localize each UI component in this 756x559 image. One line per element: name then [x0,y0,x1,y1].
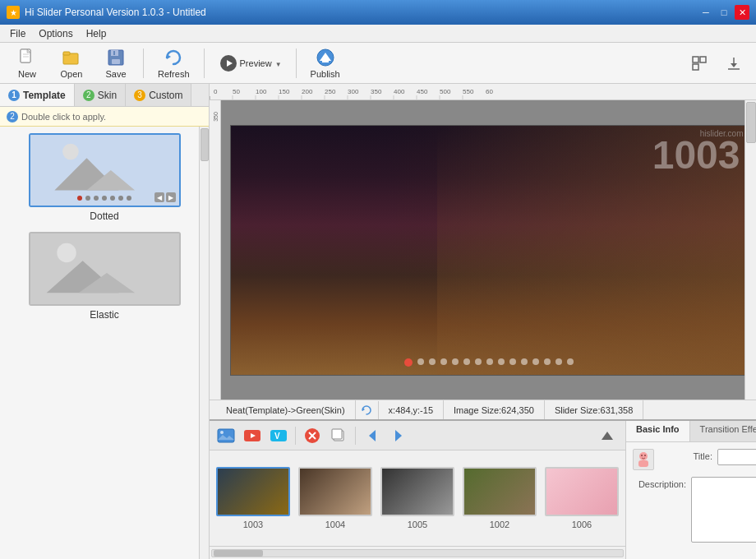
template-thumb-elastic[interactable] [29,232,181,306]
slider-dot-6 [463,358,470,365]
svg-text:450: 450 [417,88,428,95]
desc-label: Description: [633,477,686,489]
svg-point-78 [644,455,646,456]
svg-rect-19 [693,64,698,70]
delete-slide-button[interactable] [301,424,324,447]
add-vimeo-button[interactable]: V [267,424,290,447]
nav-dot-2 [85,196,90,201]
tab3-label: Custom [149,90,182,101]
slide-num-1002: 1002 [490,520,509,529]
preview-dropdown-arrow[interactable] [274,58,282,69]
minimize-button[interactable]: ─ [698,5,713,20]
close-button[interactable]: ✕ [735,5,749,20]
menu-file[interactable]: File [3,26,32,41]
slider-dot-10 [509,358,516,365]
svg-text:350: 350 [371,88,382,95]
desc-textarea[interactable] [691,477,756,543]
template-list[interactable]: ◀ ▶ Dotted Elastic [0,127,209,559]
slider-canvas: 1003 hislider.com [230,125,748,376]
add-youtube-button[interactable] [241,424,264,447]
save-button[interactable]: Save [95,44,136,83]
prev-slide-button[interactable] [361,424,384,447]
status-slider-size: Slider Size:631,358 [545,400,643,419]
svg-text:50: 50 [233,88,240,95]
open-button[interactable]: Open [51,44,92,83]
template-scrollbar-thumb[interactable] [201,128,209,161]
hscroll-thumb[interactable] [214,550,263,557]
props-panel: Basic Info Transition Effect Action Info [626,421,756,559]
add-image-button[interactable] [214,424,237,447]
tab-custom[interactable]: 3 Custom [126,84,191,106]
slide-item-1002[interactable]: 1002 [463,467,537,529]
slide-thumb-1004[interactable] [298,467,372,516]
hscroll-track[interactable] [211,549,624,557]
tab2-label: Skin [98,90,117,101]
slide-thumb-1003[interactable] [216,467,290,516]
nav-dot-6 [118,196,123,201]
refresh-button[interactable]: Refresh [150,44,197,83]
tab-template[interactable]: 1 Template [0,84,75,106]
canvas-vscroll-thumb[interactable] [746,102,756,143]
template-item-elastic[interactable]: Elastic [7,232,202,321]
status-refresh-btn[interactable] [356,401,379,419]
canvas-vscroll-track[interactable] [744,100,756,400]
slider-dot-15 [567,358,574,365]
new-button[interactable]: New [7,44,48,83]
svg-point-77 [641,455,643,456]
status-coords-text: x:484,y:-15 [389,405,433,415]
svg-rect-16 [322,61,329,62]
svg-text:350: 350 [213,112,219,122]
titlebar-left: ★ Hi Slider Personal Version 1.0.3 - Unt… [7,6,206,19]
preview-button[interactable]: Preview [211,49,289,77]
svg-text:500: 500 [440,88,451,95]
slider-dot-13 [544,358,551,365]
title-input[interactable] [717,449,756,465]
tab3-num: 3 [134,90,145,101]
tab-transition-effect[interactable]: Transition Effect [690,421,756,441]
slide-item-1004[interactable]: 1004 [298,467,372,529]
slider-dot-12 [532,358,539,365]
tab1-num: 1 [8,90,20,101]
open-label: Open [61,69,83,79]
toolbar-extra-2[interactable] [718,51,749,76]
template-item-dotted[interactable]: ◀ ▶ Dotted [7,133,202,222]
svg-text:150: 150 [279,88,290,95]
menu-help[interactable]: Help [80,26,113,41]
next-slide-button[interactable] [387,424,410,447]
template-scrollbar-track[interactable] [199,127,209,559]
slide-img-1004 [300,469,371,515]
publish-button[interactable]: Publish [303,44,348,83]
slide-thumb-1006[interactable] [545,467,619,516]
refresh-label: Refresh [158,69,190,79]
canvas-area: 350 1003 hislider.com [210,100,756,400]
slide-item-1005[interactable]: 1005 [380,467,454,529]
titlebar: ★ Hi Slider Personal Version 1.0.3 - Unt… [0,0,756,25]
maximize-button[interactable]: □ [717,5,731,20]
duplicate-slide-button[interactable] [327,424,350,447]
slider-dot-4 [440,358,447,365]
expand-panel-button[interactable] [597,426,617,446]
slide-item-1006[interactable]: 1006 [545,467,619,529]
tab-basic-info[interactable]: Basic Info [626,421,690,441]
menu-options[interactable]: Options [32,26,79,41]
slide-img-1002 [464,469,535,515]
slide-thumb-1002[interactable] [463,467,537,516]
vimeo-icon: V [270,427,288,445]
nav-dot-5 [110,196,115,201]
nav-dot-3 [94,196,99,201]
expand-icon [691,55,708,72]
slider-dot-8 [486,358,493,365]
template-thumb-dotted[interactable]: ◀ ▶ [29,133,181,207]
tab1-label: Template [23,90,66,101]
svg-text:0: 0 [214,88,218,95]
ruler-h: 0 50 100 150 200 250 300 350 400 450 500… [210,84,756,100]
svg-rect-18 [700,57,706,62]
slide-item-1003[interactable]: 1003 [216,467,290,529]
svg-text:300: 300 [348,88,359,95]
slide-thumb-1005[interactable] [380,467,454,516]
toolbar-extra-1[interactable] [684,51,715,76]
save-icon [106,48,126,67]
tab-skin[interactable]: 2 Skin [75,84,126,106]
hint-bar: 2 Double click to apply. [0,107,209,127]
toolbar-separator-2 [204,49,205,78]
